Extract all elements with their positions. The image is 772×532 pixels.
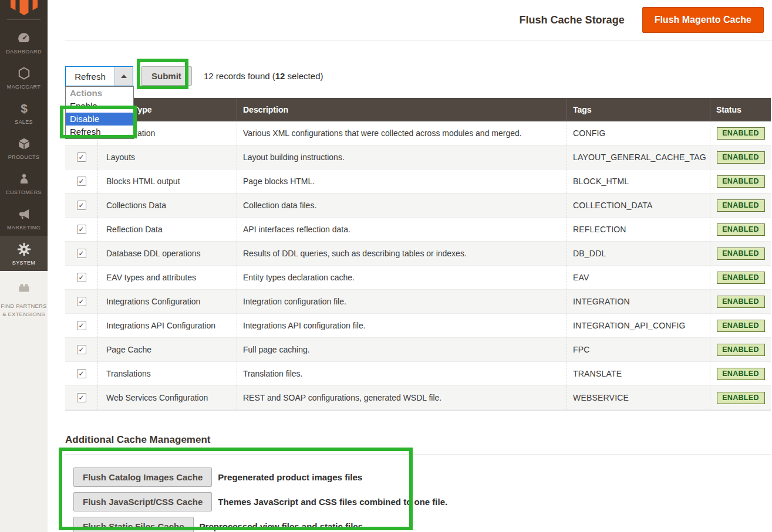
sidebar-item-magiccart[interactable]: MAGICCART — [0, 60, 48, 95]
tags-cell: DB_DDL — [567, 242, 710, 265]
customers-icon — [18, 171, 31, 187]
table-row: ✓Reflection DataAPI interfaces reflectio… — [65, 218, 771, 242]
status-cell: ENABLED — [710, 290, 771, 313]
checkbox-cell: ✓ — [65, 386, 97, 409]
checkbox-cell: ✓ — [65, 145, 97, 169]
description-cell: Translation files. — [237, 362, 567, 385]
checkbox-cell: ✓ — [65, 170, 97, 193]
flush-cache-storage-button[interactable]: Flush Cache Storage — [520, 14, 625, 26]
sidebar-item-label: CUSTOMERS — [6, 189, 42, 195]
tags-cell: LAYOUT_GENERAL_CACHE_TAG — [567, 145, 710, 169]
tags-cell: INTEGRATION_API_CONFIG — [567, 314, 710, 337]
checkbox-cell: ✓ — [65, 242, 97, 265]
checkbox-cell: ✓ — [65, 290, 97, 313]
status-cell: ENABLED — [710, 266, 771, 289]
table-row: ✓LayoutsLayout building instructions.LAY… — [65, 145, 771, 170]
row-checkbox[interactable]: ✓ — [77, 201, 86, 210]
sidebar-item-find-partners[interactable]: FIND PARTNERS & EXTENSIONS — [0, 280, 48, 319]
annotation-additional-cache-buttons — [59, 448, 413, 530]
admin-sidebar: DASHBOARDMAGICCART$SALESPRODUCTSCUSTOMER… — [0, 0, 48, 532]
status-badge: ENABLED — [717, 127, 765, 140]
tags-cell: INTEGRATION — [567, 290, 710, 313]
description-cell: Full page caching. — [237, 338, 567, 361]
header-description[interactable]: Description — [237, 98, 567, 121]
cache-type-cell: Integrations Configuration — [97, 290, 237, 313]
magento-logo[interactable] — [0, 0, 48, 19]
row-checkbox[interactable]: ✓ — [77, 393, 86, 402]
tags-cell: WEBSERVICE — [567, 386, 710, 409]
cache-type-cell: Translations — [97, 362, 237, 385]
status-badge: ENABLED — [717, 392, 765, 404]
sidebar-item-dashboard[interactable]: DASHBOARD — [0, 25, 48, 60]
sidebar-item-label: MAGICCART — [7, 84, 41, 90]
sidebar-item-sales[interactable]: $SALES — [0, 95, 48, 130]
caret-up-icon[interactable] — [114, 67, 133, 86]
table-row: ✓EAV types and attributesEntity types de… — [65, 266, 771, 290]
tags-cell: COLLECTION_DATA — [567, 194, 710, 217]
row-checkbox[interactable]: ✓ — [77, 177, 86, 186]
tags-cell: FPC — [567, 338, 710, 361]
cache-type-cell: Reflection Data — [97, 218, 237, 241]
row-checkbox[interactable]: ✓ — [77, 369, 86, 378]
status-cell: ENABLED — [710, 145, 771, 169]
description-cell: Collection data files. — [237, 194, 567, 217]
extensions-icon — [16, 280, 32, 296]
table-row: ✓ConfigurationVarious XML configurations… — [65, 121, 771, 145]
row-checkbox[interactable]: ✓ — [77, 153, 86, 162]
description-cell: REST and SOAP configurations, generated … — [237, 386, 567, 409]
action-select[interactable]: Refresh — [65, 66, 133, 86]
action-select-value: Refresh — [66, 67, 114, 86]
cache-type-cell: Collections Data — [97, 194, 237, 217]
status-cell: ENABLED — [710, 386, 771, 409]
marketing-icon — [17, 206, 31, 222]
row-checkbox[interactable]: ✓ — [77, 345, 86, 354]
cache-table-header: Cache Type Description Tags Status — [65, 98, 771, 121]
description-cell: Entity types declaration cache. — [237, 266, 567, 289]
additional-cache-title: Additional Cache Management — [65, 434, 771, 446]
cache-management-page: DASHBOARDMAGICCART$SALESPRODUCTSCUSTOMER… — [0, 0, 772, 532]
checkbox-cell: ✓ — [65, 362, 97, 385]
table-row: ✓Web Services ConfigurationREST and SOAP… — [65, 386, 771, 410]
sidebar-item-customers[interactable]: CUSTOMERS — [0, 165, 48, 201]
row-checkbox[interactable]: ✓ — [77, 273, 86, 282]
sidebar-item-system[interactable]: SYSTEM — [0, 236, 48, 271]
checkbox-cell: ✓ — [65, 194, 97, 217]
sidebar-item-marketing[interactable]: MARKETING — [0, 201, 48, 236]
header-tags[interactable]: Tags — [567, 98, 710, 121]
status-badge: ENABLED — [717, 368, 765, 380]
header-status[interactable]: Status — [710, 98, 771, 121]
tags-cell: CONFIG — [567, 121, 710, 145]
description-cell: Layout building instructions. — [237, 145, 567, 169]
sidebar-item-label: PRODUCTS — [8, 154, 40, 160]
products-icon — [17, 136, 31, 151]
status-badge: ENABLED — [717, 296, 765, 308]
status-badge: ENABLED — [717, 223, 765, 236]
description-cell: Various XML configurations that were col… — [237, 121, 567, 145]
cache-type-cell: Blocks HTML output — [97, 170, 237, 193]
status-cell: ENABLED — [710, 194, 771, 217]
dashboard-icon — [16, 31, 31, 46]
sales-icon: $ — [17, 101, 31, 116]
status-cell: ENABLED — [710, 314, 771, 337]
status-badge: ENABLED — [717, 175, 765, 188]
status-badge: ENABLED — [717, 151, 765, 164]
system-icon — [16, 242, 32, 257]
status-badge: ENABLED — [717, 320, 765, 332]
row-checkbox[interactable]: ✓ — [77, 321, 86, 330]
svg-text:$: $ — [21, 101, 28, 115]
status-cell: ENABLED — [710, 170, 771, 193]
cache-type-cell: Integrations API Configuration — [97, 314, 237, 337]
flush-magento-cache-button[interactable]: Flush Magento Cache — [642, 7, 764, 33]
row-checkbox[interactable]: ✓ — [77, 225, 86, 234]
description-cell: Integrations API configuration file. — [237, 314, 567, 337]
cache-type-cell: Web Services Configuration — [97, 386, 237, 409]
sidebar-item-products[interactable]: PRODUCTS — [0, 130, 48, 165]
cache-type-cell: Page Cache — [97, 338, 237, 361]
status-badge: ENABLED — [717, 199, 765, 212]
table-row: ✓Database DDL operationsResults of DDL q… — [65, 242, 771, 266]
row-checkbox[interactable]: ✓ — [77, 249, 86, 258]
sidebar-item-label: DASHBOARD — [6, 49, 42, 55]
row-checkbox[interactable]: ✓ — [77, 297, 86, 306]
description-cell: Integration configuration file. — [237, 290, 567, 313]
checkbox-cell: ✓ — [65, 314, 97, 337]
